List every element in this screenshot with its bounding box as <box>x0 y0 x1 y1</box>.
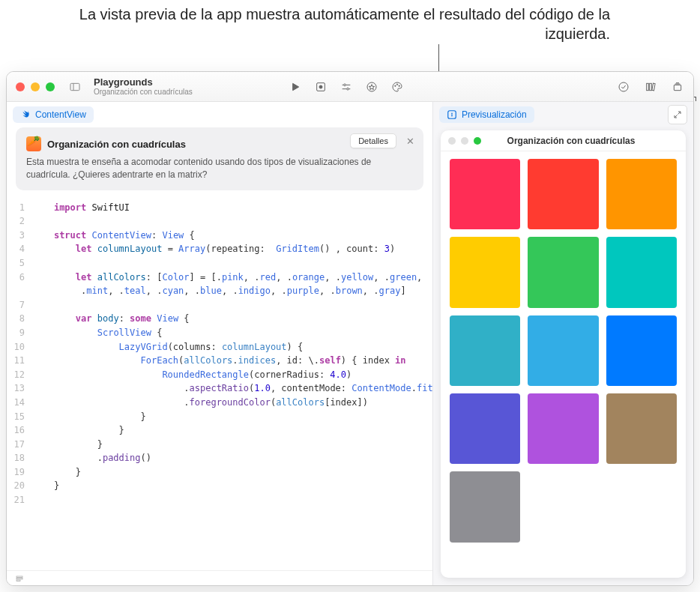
close-window-button[interactable] <box>16 82 25 91</box>
code-text[interactable]: .padding() <box>32 451 432 465</box>
code-line[interactable]: 8 var body: some View { <box>7 312 432 326</box>
close-icon[interactable]: ✕ <box>406 136 414 147</box>
lesson-title: Organización con cuadrículas <box>47 139 186 150</box>
color-swatch <box>606 315 677 386</box>
window-title-block: Playgrounds Organización con cuadrículas <box>94 77 193 96</box>
line-number: 19 <box>7 465 32 480</box>
code-line[interactable]: 9 ScrollView { <box>7 326 432 340</box>
code-text[interactable]: let allColors: [Color] = [.pink, .red, .… <box>32 271 432 285</box>
svg-line-26 <box>675 115 678 118</box>
code-line[interactable]: 2 <box>7 214 432 229</box>
window-subtitle: Organización con cuadrículas <box>94 88 193 96</box>
lesson-info-box: Organización con cuadrículas Esta muestr… <box>16 127 423 190</box>
code-line[interactable]: 10 LazyVGrid(columns: columnLayout) { <box>7 340 432 354</box>
sim-close-button[interactable] <box>448 137 456 145</box>
status-icon[interactable] <box>617 80 630 94</box>
main-content: ContentView Organización con cuadrículas… <box>7 102 693 585</box>
code-line[interactable]: 15 } <box>7 410 432 424</box>
svg-rect-23 <box>16 580 20 582</box>
line-number <box>7 284 32 298</box>
lesson-icon <box>26 136 41 151</box>
color-swatch <box>528 159 598 229</box>
code-line[interactable]: 12 RoundedRectangle(cornerRadius: 4.0) <box>7 368 432 382</box>
code-text[interactable]: } <box>32 479 432 493</box>
code-text[interactable]: } <box>32 465 432 480</box>
svg-point-12 <box>396 84 397 85</box>
toolbar-right <box>617 80 684 94</box>
code-text[interactable]: } <box>32 423 432 438</box>
code-text[interactable]: import SwiftUI <box>32 201 432 215</box>
code-line[interactable]: 20 } <box>7 479 432 493</box>
code-text[interactable]: } <box>32 438 432 452</box>
line-number: 3 <box>7 229 32 243</box>
svg-marker-10 <box>369 84 374 89</box>
code-text[interactable] <box>32 493 432 507</box>
code-line[interactable]: 16 } <box>7 423 432 438</box>
code-text[interactable]: LazyVGrid(columns: columnLayout) { <box>32 340 432 354</box>
code-editor[interactable]: 1 import SwiftUI2 3 struct ContentView: … <box>7 198 432 570</box>
app-preview-icon <box>447 109 457 120</box>
svg-point-11 <box>394 85 395 86</box>
code-line[interactable]: 14 .foregroundColor(allColors[index]) <box>7 396 432 410</box>
file-tab-label: ContentView <box>35 109 86 120</box>
code-line[interactable]: 13 .aspectRatio(1.0, contentMode: Conten… <box>7 381 432 396</box>
code-line[interactable]: 6 let allColors: [Color] = [.pink, .red,… <box>7 271 432 285</box>
simulator-body[interactable] <box>441 151 686 578</box>
code-text[interactable]: .foregroundColor(allColors[index]) <box>32 396 432 410</box>
code-text[interactable]: ForEach(allColors.indices, id: \.self) {… <box>32 354 432 368</box>
swift-icon <box>20 109 31 120</box>
svg-rect-17 <box>652 83 655 91</box>
color-swatch <box>450 393 520 464</box>
simulator-window: Organización con cuadrículas <box>441 130 686 578</box>
svg-rect-18 <box>674 85 681 90</box>
code-line[interactable]: 5 <box>7 256 432 271</box>
breadcrumb-icon[interactable] <box>13 572 26 585</box>
color-swatch <box>528 393 598 464</box>
color-swatch <box>450 237 520 307</box>
minimize-window-button[interactable] <box>31 82 40 91</box>
code-text[interactable] <box>32 214 432 229</box>
code-text[interactable]: ScrollView { <box>32 326 432 340</box>
code-line[interactable]: .mint, .teal, .cyan, .blue, .indigo, .pu… <box>7 284 432 298</box>
code-line[interactable]: 18 .padding() <box>7 451 432 465</box>
code-line[interactable]: 17 } <box>7 438 432 452</box>
code-text[interactable] <box>32 256 432 271</box>
expand-preview-button[interactable] <box>668 105 687 124</box>
code-text[interactable]: struct ContentView: View { <box>32 229 432 243</box>
code-text[interactable]: RoundedRectangle(cornerRadius: 4.0) <box>32 368 432 382</box>
stop-icon[interactable] <box>314 80 328 94</box>
code-text[interactable] <box>32 298 432 312</box>
line-number: 21 <box>7 493 32 507</box>
palette-icon[interactable] <box>390 80 404 94</box>
color-swatch <box>606 393 677 464</box>
svg-point-7 <box>343 84 346 86</box>
preview-tab[interactable]: Previsualización <box>439 106 534 123</box>
line-number: 6 <box>7 271 32 285</box>
sliders-icon[interactable] <box>340 80 353 94</box>
code-line[interactable]: 21 <box>7 493 432 507</box>
code-line[interactable]: 3 struct ContentView: View { <box>7 229 432 243</box>
sidebar-toggle-icon[interactable] <box>68 80 82 94</box>
library-icon[interactable] <box>644 80 657 94</box>
svg-marker-2 <box>292 83 298 90</box>
play-icon[interactable] <box>289 80 302 94</box>
code-line[interactable]: 7 <box>7 298 432 312</box>
code-text[interactable]: .aspectRatio(1.0, contentMode: ContentMo… <box>32 381 432 396</box>
code-line[interactable]: 19 } <box>7 465 432 480</box>
code-line[interactable]: 11 ForEach(allColors.indices, id: \.self… <box>7 354 432 368</box>
editor-pane: ContentView Organización con cuadrículas… <box>7 102 432 585</box>
window-title: Playgrounds <box>94 77 193 88</box>
code-text[interactable]: let columnLayout = Array(repeating: Grid… <box>32 242 432 256</box>
file-tab-contentview[interactable]: ContentView <box>13 106 94 123</box>
svg-point-14 <box>619 82 628 91</box>
details-button[interactable]: Detalles <box>350 133 396 148</box>
star-icon[interactable] <box>365 80 378 94</box>
code-line[interactable]: 1 import SwiftUI <box>7 201 432 215</box>
zoom-window-button[interactable] <box>46 82 55 91</box>
code-text[interactable]: } <box>32 410 432 424</box>
code-text[interactable]: .mint, .teal, .cyan, .blue, .indigo, .pu… <box>32 284 432 298</box>
inspectors-icon[interactable] <box>671 80 684 94</box>
code-line[interactable]: 4 let columnLayout = Array(repeating: Gr… <box>7 242 432 256</box>
color-grid <box>441 151 686 550</box>
code-text[interactable]: var body: some View { <box>32 312 432 326</box>
